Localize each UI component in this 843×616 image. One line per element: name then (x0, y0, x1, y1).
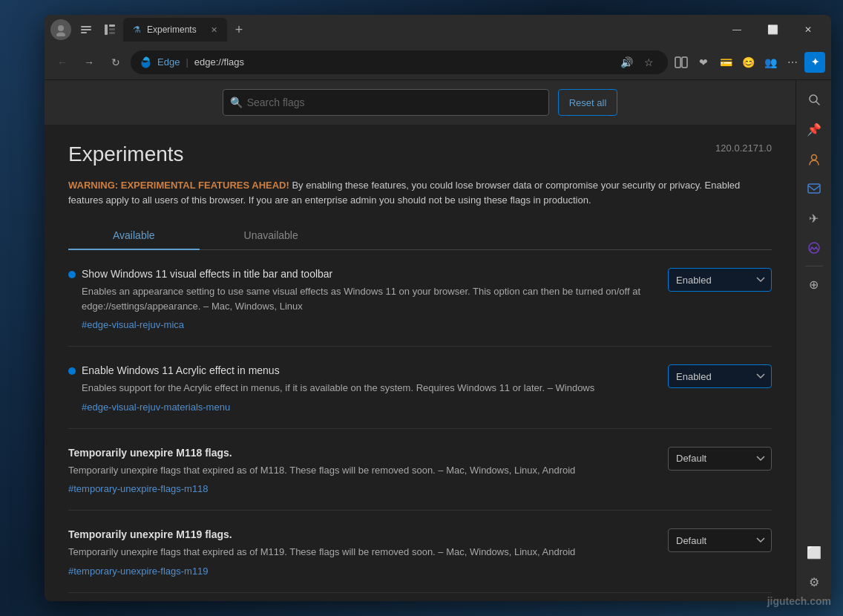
active-tab[interactable]: ⚗ Experiments ✕ (123, 18, 227, 42)
tab-area: ⚗ Experiments ✕ + (50, 15, 720, 45)
address-separator: | (186, 56, 188, 68)
address-bar: ← → ↻ Edge | edge://flags 🔊 ☆ (45, 45, 831, 80)
sidebar-messenger-icon[interactable] (801, 235, 827, 261)
flag-dot-2 (68, 367, 76, 375)
svg-rect-14 (808, 184, 820, 193)
sidebar-bottom: ⬜ ⚙ (801, 539, 827, 595)
search-icon: 🔍 (230, 96, 243, 108)
address-url-text: edge://flags (194, 56, 244, 68)
flag-select-4[interactable]: Default Enabled Disabled (668, 528, 772, 552)
warning-highlight-text: WARNING: EXPERIMENTAL FEATURES AHEAD! (68, 180, 289, 191)
flags-tabs: Available Unavailable (68, 222, 772, 250)
svg-point-0 (58, 25, 64, 31)
tab-manager-button[interactable] (76, 19, 96, 40)
flag-name-4: Temporarily unexpire M119 flags. (68, 528, 656, 540)
flag-item-2: Enable Windows 11 Acrylic effect in menu… (68, 364, 772, 429)
minimize-button[interactable]: — (720, 18, 754, 42)
page-content: 🔍 Reset all Experiments 120.0.2171.0 WAR… (45, 80, 831, 601)
flag-text-4: Temporarily unexpire M119 flags. Tempora… (68, 528, 656, 577)
svg-rect-8 (109, 32, 115, 34)
svg-point-15 (809, 243, 819, 253)
search-bar-container: 🔍 Reset all (45, 80, 796, 125)
sidebar-layout-icon[interactable]: ⬜ (801, 539, 827, 566)
flag-desc-2: Enables support for the Acrylic effect i… (82, 381, 656, 396)
flag-select-3[interactable]: Default Enabled Disabled (668, 447, 772, 471)
flag-control-2: Default Enabled Disabled (668, 364, 772, 388)
sidebar-telegram-icon[interactable]: ✈ (801, 205, 827, 232)
tab-close-button[interactable]: ✕ (208, 24, 220, 36)
svg-rect-7 (109, 28, 115, 30)
browser-window: ⚗ Experiments ✕ + — ⬜ ✕ ← → ↻ (45, 15, 831, 601)
sidebar-search-icon[interactable] (801, 86, 827, 113)
profile-button[interactable] (50, 19, 71, 40)
svg-point-13 (811, 155, 816, 160)
new-tab-icon: + (235, 22, 243, 38)
flag-desc-3: Temporarily unexpire flags that expired … (68, 463, 656, 478)
read-aloud-icon[interactable]: 🔊 (616, 52, 637, 73)
split-screen-icon[interactable] (671, 52, 692, 73)
title-bar: ⚗ Experiments ✕ + — ⬜ ✕ (45, 15, 831, 45)
tab-favicon: ⚗ (131, 24, 142, 36)
sidebar-pin-icon[interactable]: 📌 (801, 116, 827, 142)
sidebar-add-icon[interactable]: ⊕ (801, 271, 827, 298)
flag-link-4[interactable]: #temporary-unexpire-flags-m119 (68, 566, 209, 577)
forward-button[interactable]: → (77, 50, 101, 74)
page-title: Experiments (68, 142, 184, 166)
flag-desc-1: Enables an appearance setting to use sam… (82, 284, 656, 313)
copilot-button[interactable]: ✦ (804, 52, 825, 73)
tab-title: Experiments (147, 24, 203, 35)
wallet-icon[interactable]: 💳 (715, 52, 736, 73)
flag-link-2[interactable]: #edge-visual-rejuv-materials-menu (82, 402, 230, 413)
edge-logo-icon (140, 56, 151, 68)
flag-select-2[interactable]: Default Enabled Disabled (668, 364, 772, 388)
sidebar-divider (805, 266, 823, 266)
tab-available[interactable]: Available (68, 222, 200, 250)
new-tab-button[interactable]: + (229, 19, 249, 40)
watermark: jigutech.com (767, 595, 831, 607)
favorites-icon[interactable]: ☆ (638, 52, 659, 73)
flag-item-3: Temporarily unexpire M118 flags. Tempora… (68, 447, 772, 511)
flag-row-2: Enable Windows 11 Acrylic effect in menu… (68, 364, 772, 413)
sidebar-settings-icon[interactable]: ⚙ (801, 569, 827, 595)
settings-more-icon[interactable]: ⋯ (782, 52, 803, 73)
flag-name-2: Enable Windows 11 Acrylic effect in menu… (82, 364, 656, 376)
flag-item-1: Show Windows 11 visual effects in title … (68, 268, 772, 347)
close-button[interactable]: ✕ (791, 18, 825, 42)
svg-rect-4 (81, 32, 87, 33)
profile-icon[interactable]: 👥 (760, 52, 781, 73)
flag-desc-4: Temporarily unexpire flags that expired … (68, 545, 656, 560)
version-text: 120.0.2171.0 (715, 142, 772, 154)
page-header: Experiments 120.0.2171.0 (68, 142, 772, 166)
window-controls: — ⬜ ✕ (720, 18, 825, 42)
flag-link-3[interactable]: #temporary-unexpire-flags-m118 (68, 483, 209, 494)
svg-rect-9 (675, 57, 680, 68)
address-input-bar[interactable]: Edge | edge://flags 🔊 ☆ (131, 50, 668, 74)
svg-rect-3 (81, 29, 91, 30)
flag-select-1[interactable]: Default Enabled Disabled (668, 268, 772, 292)
refresh-button[interactable]: ↻ (104, 50, 128, 74)
sidebar-profile-icon[interactable] (801, 145, 827, 172)
sidebar-outlook-icon[interactable] (801, 175, 827, 202)
flags-page: Experiments 120.0.2171.0 WARNING: EXPERI… (45, 125, 796, 601)
flag-row-1: Show Windows 11 visual effects in title … (68, 268, 772, 331)
flag-header-1: Show Windows 11 visual effects in title … (68, 268, 656, 280)
reset-all-button[interactable]: Reset all (558, 89, 618, 116)
flag-control-1: Default Enabled Disabled (668, 268, 772, 292)
flag-text-2: Enable Windows 11 Acrylic effect in menu… (68, 364, 656, 413)
svg-point-1 (56, 33, 65, 37)
back-button[interactable]: ← (50, 50, 74, 74)
tab-unavailable[interactable]: Unavailable (200, 222, 343, 250)
svg-line-12 (816, 102, 819, 105)
svg-rect-6 (109, 24, 115, 27)
flag-text-3: Temporarily unexpire M118 flags. Tempora… (68, 447, 656, 496)
collections-icon[interactable]: ❤ (693, 52, 714, 73)
main-content: 🔍 Reset all Experiments 120.0.2171.0 WAR… (45, 80, 831, 601)
svg-rect-5 (105, 24, 108, 35)
svg-rect-10 (682, 57, 687, 68)
browser-essentials-icon[interactable]: 😊 (738, 52, 758, 73)
vertical-tabs-button[interactable] (99, 19, 120, 40)
search-flags-input[interactable] (223, 89, 549, 116)
flag-name-1: Show Windows 11 visual effects in title … (82, 268, 656, 280)
flag-link-1[interactable]: #edge-visual-rejuv-mica (82, 319, 184, 330)
maximize-button[interactable]: ⬜ (755, 18, 790, 42)
